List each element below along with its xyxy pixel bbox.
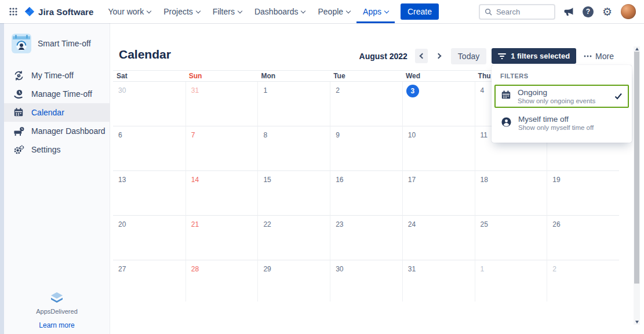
nav-item-filters[interactable]: Filters: [206, 0, 248, 23]
calendar-cell[interactable]: 29: [257, 260, 330, 302]
sidebar-items: My Time-offManage Time-offCalendarManage…: [4, 66, 110, 159]
sidebar-item-settings[interactable]: Settings: [4, 140, 110, 159]
date-number: 6: [113, 126, 185, 139]
calendar-cell[interactable]: 13: [113, 171, 185, 216]
calendar-cell[interactable]: 28: [185, 260, 258, 302]
sidebar-item-calendar[interactable]: Calendar: [4, 103, 110, 122]
calendar-cell[interactable]: 2: [330, 82, 402, 126]
calendar-cell[interactable]: 24: [402, 216, 475, 260]
calendar-cell[interactable]: 20: [113, 216, 185, 260]
date-number: 30: [330, 260, 402, 273]
nav-item-projects[interactable]: Projects: [157, 0, 206, 23]
filter-option-myself-time-off[interactable]: Myself time offShow only myself time off: [494, 111, 629, 135]
search-box[interactable]: [479, 4, 555, 20]
vertical-scrollbar[interactable]: [634, 46, 640, 325]
date-number: 10: [403, 126, 475, 139]
nav-item-label: Filters: [213, 7, 235, 16]
calendar-cell[interactable]: 27: [113, 260, 185, 302]
date-number: 1: [475, 260, 547, 273]
day-header-wed: Wed: [402, 72, 475, 80]
prev-month-button[interactable]: [415, 49, 428, 63]
grid-dots-icon: [9, 8, 17, 16]
smart-time-off-app-icon: [12, 34, 31, 53]
nav-item-people[interactable]: People: [311, 0, 356, 23]
calendar-cell[interactable]: 3: [402, 82, 475, 126]
learn-more-link[interactable]: Learn more: [39, 321, 74, 329]
filter-option-subtitle: Show only myself time off: [518, 124, 594, 131]
calendar-cell[interactable]: 26: [547, 216, 619, 260]
scrollbar-down-arrow[interactable]: [634, 320, 640, 325]
calendar-cell[interactable]: 17: [402, 171, 475, 216]
scrollbar-up-arrow[interactable]: [634, 46, 640, 52]
calendar-cell[interactable]: 31: [402, 260, 475, 302]
today-button[interactable]: Today: [451, 48, 486, 64]
scrollbar-thumb[interactable]: [634, 52, 639, 284]
filter-option-title: Ongoing: [518, 88, 595, 97]
date-number: 18: [475, 171, 547, 184]
calendar-cell[interactable]: 8: [257, 126, 330, 171]
date-number: 7: [186, 126, 258, 139]
calendar-cell[interactable]: 10: [402, 126, 475, 171]
dashboard-icon: [13, 126, 24, 137]
calendar-cell[interactable]: 15: [257, 171, 330, 216]
selected-day: 3: [406, 85, 419, 97]
nav-item-dashboards[interactable]: Dashboards: [248, 0, 312, 23]
user-avatar[interactable]: [621, 4, 636, 19]
calendar-cell[interactable]: 21: [185, 216, 258, 260]
calendar-cell[interactable]: 6: [113, 126, 185, 171]
date-number: 22: [258, 216, 330, 228]
sidebar-item-manager-dashboard[interactable]: Manager Dashboard: [4, 122, 110, 140]
help-icon[interactable]: ?: [583, 6, 594, 17]
filters-selected-button[interactable]: 1 filters selected: [492, 48, 576, 64]
chevron-right-icon: [435, 53, 441, 59]
settings-icon: [13, 144, 24, 155]
calendar-cell[interactable]: 9: [330, 126, 402, 171]
calendar-cell[interactable]: 18: [475, 171, 547, 216]
calendar-cell[interactable]: 19: [547, 171, 619, 216]
megaphone-icon[interactable]: [564, 7, 574, 17]
settings-gear-icon[interactable]: ⚙: [602, 6, 612, 17]
calendar-cell[interactable]: 30: [330, 260, 402, 302]
date-number: 1: [258, 82, 330, 95]
create-button[interactable]: Create: [401, 3, 439, 20]
calendar-cell[interactable]: 14: [185, 171, 258, 216]
nav-item-label: Apps: [363, 7, 381, 16]
calendar-cell[interactable]: 7: [185, 126, 258, 171]
sidebar-footer: AppsDelivered Learn more: [4, 292, 110, 329]
calendar-cell[interactable]: 22: [257, 216, 330, 260]
nav-item-apps[interactable]: Apps: [356, 0, 395, 23]
topnav-menu: Your workProjectsFiltersDashboardsPeople…: [102, 0, 395, 23]
calendar-cell[interactable]: 1: [475, 260, 547, 302]
nav-item-your-work[interactable]: Your work: [102, 0, 158, 23]
chevron-down-icon: [384, 8, 389, 13]
more-button[interactable]: More: [584, 52, 614, 61]
chevron-down-icon: [346, 8, 351, 13]
jira-diamond-icon: [24, 6, 35, 17]
next-month-button[interactable]: [433, 49, 446, 63]
date-number: 29: [258, 260, 330, 273]
jira-logo[interactable]: Jira Software: [24, 6, 94, 17]
filters-popup-options: OngoingShow only ongoing eventsMyself ti…: [492, 85, 632, 135]
calendar-cell[interactable]: 25: [475, 216, 547, 260]
date-number: 2: [330, 82, 402, 95]
app-switcher-icon[interactable]: [6, 4, 21, 19]
calendar-cell[interactable]: 23: [330, 216, 402, 260]
sidebar-app-header[interactable]: Smart Time-off: [4, 23, 110, 60]
calendar-cell[interactable]: 31: [185, 82, 258, 126]
calendar-cell[interactable]: 16: [330, 171, 402, 216]
sidebar-item-manage-time-off[interactable]: Manage Time-off: [4, 85, 110, 103]
calendar-cell[interactable]: 2: [547, 260, 619, 302]
sidebar-item-my-time-off[interactable]: My Time-off: [4, 66, 110, 85]
date-number: 13: [113, 171, 185, 184]
calendar-cell[interactable]: 1: [257, 82, 330, 126]
nav-item-label: People: [318, 7, 343, 16]
date-number: 16: [330, 171, 402, 184]
filters-popup-header: FILTERS: [492, 70, 632, 85]
nav-item-label: Dashboards: [254, 7, 299, 16]
jira-logo-text: Jira Software: [38, 7, 94, 17]
date-number: 27: [113, 260, 185, 273]
search-input[interactable]: [496, 8, 548, 16]
calendar-cell[interactable]: 30: [113, 82, 185, 126]
date-number: 28: [186, 260, 258, 273]
filter-option-ongoing[interactable]: OngoingShow only ongoing events: [494, 85, 629, 108]
